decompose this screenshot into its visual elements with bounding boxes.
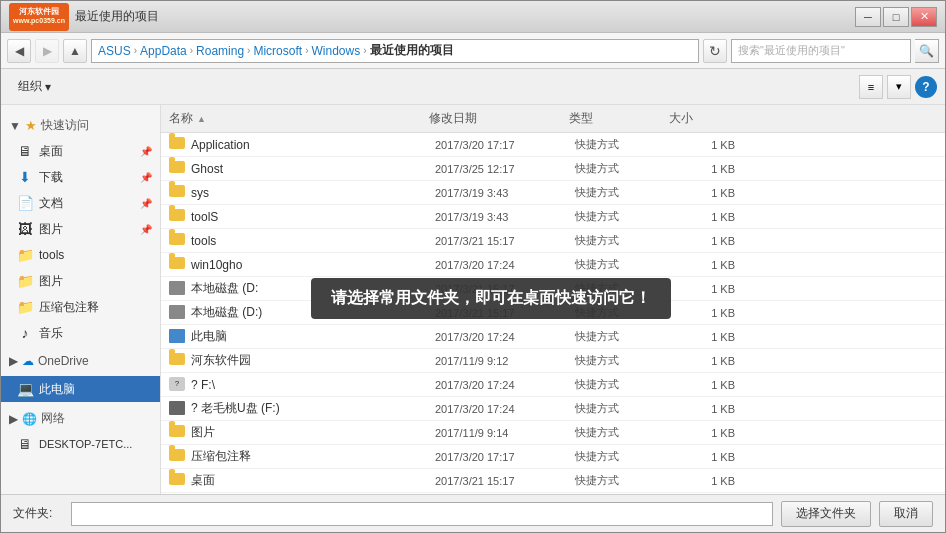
col-type-header[interactable]: 类型 (569, 110, 669, 127)
folder-icon (169, 449, 185, 461)
table-row[interactable]: Application 2017/3/20 17:17 快捷方式 1 KB (161, 133, 945, 157)
up-button[interactable]: ▲ (63, 39, 87, 63)
sidebar-item-pictures2[interactable]: 📁 图片 (1, 268, 160, 294)
sidebar-item-computer[interactable]: 🖥 DESKTOP-7ETC... (1, 431, 160, 457)
file-type: 快捷方式 (575, 377, 675, 392)
onedrive-icon: ☁ (22, 354, 34, 368)
file-size: 1 KB (675, 475, 735, 487)
path-recent[interactable]: 最近使用的项目 (370, 42, 454, 59)
quick-access-section: ▼ ★ 快速访问 🖥 桌面 📌 ⬇ 下载 📌 📄 文档 📌 (1, 113, 160, 346)
sidebar-item-thispc[interactable]: 💻 此电脑 (1, 376, 160, 402)
table-row[interactable]: ? ? F:\ 2017/3/20 17:24 快捷方式 1 KB (161, 373, 945, 397)
folder-input[interactable] (71, 502, 773, 526)
computer-icon: 🖥 (17, 436, 33, 452)
search-button[interactable]: 🔍 (915, 39, 939, 63)
file-type: 快捷方式 (575, 473, 675, 488)
sidebar-item-pictures[interactable]: 🖼 图片 📌 (1, 216, 160, 242)
col-size-header[interactable]: 大小 (669, 110, 729, 127)
table-row[interactable]: 本地磁盘 (D: 2017/3/21 15:17 快捷方式 1 KB (161, 277, 945, 301)
onedrive-header[interactable]: ▶ ☁ OneDrive (1, 350, 160, 372)
sidebar-item-documents[interactable]: 📄 文档 📌 (1, 190, 160, 216)
forward-button[interactable]: ▶ (35, 39, 59, 63)
tools-label: tools (39, 248, 64, 262)
file-size: 1 KB (675, 451, 735, 463)
file-size: 1 KB (675, 139, 735, 151)
table-row[interactable]: 压缩包注释 2017/3/20 17:17 快捷方式 1 KB (161, 445, 945, 469)
table-row[interactable]: ? 老毛桃U盘 (F:) 2017/3/20 17:24 快捷方式 1 KB (161, 397, 945, 421)
table-row[interactable]: 河东软件园 2017/11/9 9:12 快捷方式 1 KB (161, 349, 945, 373)
organize-button[interactable]: 组织 ▾ (9, 74, 60, 99)
search-box[interactable]: 搜索"最近使用的项目" (731, 39, 911, 63)
file-type: 快捷方式 (575, 401, 675, 416)
table-row[interactable]: toolS 2017/3/19 3:43 快捷方式 1 KB (161, 205, 945, 229)
help-button[interactable]: ? (915, 76, 937, 98)
back-button[interactable]: ◀ (7, 39, 31, 63)
table-row[interactable]: sys 2017/3/19 3:43 快捷方式 1 KB (161, 181, 945, 205)
file-type: 快捷方式 (575, 185, 675, 200)
table-row[interactable]: Ghost 2017/3/25 12:17 快捷方式 1 KB (161, 157, 945, 181)
pin-icon4: 📌 (140, 224, 152, 235)
table-row[interactable]: 图片 2017/11/9 9:14 快捷方式 1 KB (161, 421, 945, 445)
pictures2-icon: 📁 (17, 273, 33, 289)
download-icon: ⬇ (17, 169, 33, 185)
sidebar-item-music[interactable]: ♪ 音乐 (1, 320, 160, 346)
logo-text: 河东软件园 (13, 8, 65, 17)
file-size: 1 KB (675, 355, 735, 367)
network-header[interactable]: ▶ 🌐 网络 (1, 406, 160, 431)
close-button[interactable]: ✕ (911, 7, 937, 27)
file-name: 本地磁盘 (D: (191, 280, 435, 297)
file-type: 快捷方式 (575, 329, 675, 344)
sort-arrow: ▲ (197, 114, 206, 124)
sidebar-item-desktop[interactable]: 🖥 桌面 📌 (1, 138, 160, 164)
download-label: 下载 (39, 169, 63, 186)
path-windows[interactable]: Windows (311, 44, 360, 58)
bottom-bar: 文件夹: 选择文件夹 取消 (1, 494, 945, 532)
minimize-button[interactable]: ─ (855, 7, 881, 27)
music-icon: ♪ (17, 325, 33, 341)
table-row[interactable]: 桌面 2017/3/21 15:17 快捷方式 1 KB (161, 469, 945, 493)
folder-icon (169, 137, 185, 149)
address-path[interactable]: ASUS › AppData › Roaming › Microsoft › W… (91, 39, 699, 63)
table-row[interactable]: win10gho 2017/3/20 17:24 快捷方式 1 KB (161, 253, 945, 277)
file-date: 2017/3/20 17:24 (435, 259, 575, 271)
file-date: 2017/3/21 15:17 (435, 283, 575, 295)
file-size: 1 KB (675, 427, 735, 439)
file-size: 1 KB (675, 307, 735, 319)
col-date-header[interactable]: 修改日期 (429, 110, 569, 127)
cancel-button[interactable]: 取消 (879, 501, 933, 527)
network-label: 网络 (41, 410, 65, 427)
file-list[interactable]: 请选择常用文件夹，即可在桌面快速访问它！ Application 2017/3/… (161, 133, 945, 494)
sidebar-item-zip[interactable]: 📁 压缩包注释 (1, 294, 160, 320)
file-name: win10gho (191, 258, 435, 272)
table-row[interactable]: tools 2017/3/21 15:17 快捷方式 1 KB (161, 229, 945, 253)
file-type: 快捷方式 (575, 137, 675, 152)
onedrive-section: ▶ ☁ OneDrive (1, 350, 160, 372)
maximize-button[interactable]: □ (883, 7, 909, 27)
desktop-icon: 🖥 (17, 143, 33, 159)
quick-access-header[interactable]: ▼ ★ 快速访问 (1, 113, 160, 138)
select-folder-button[interactable]: 选择文件夹 (781, 501, 871, 527)
window-title: 最近使用的项目 (75, 8, 855, 25)
file-type: 快捷方式 (575, 233, 675, 248)
sidebar-item-download[interactable]: ⬇ 下载 📌 (1, 164, 160, 190)
view-list-button[interactable]: ≡ (859, 75, 883, 99)
path-appdata[interactable]: AppData (140, 44, 187, 58)
file-size: 1 KB (675, 379, 735, 391)
path-asus[interactable]: ASUS (98, 44, 131, 58)
view-details-button[interactable]: ▾ (887, 75, 911, 99)
refresh-button[interactable]: ↻ (703, 39, 727, 63)
file-name: sys (191, 186, 435, 200)
file-date: 2017/11/9 9:14 (435, 427, 575, 439)
documents-icon: 📄 (17, 195, 33, 211)
file-size: 1 KB (675, 163, 735, 175)
table-row[interactable]: 此电脑 2017/3/20 17:24 快捷方式 1 KB (161, 325, 945, 349)
view-controls: ≡ ▾ ? (859, 75, 937, 99)
sidebar-item-tools[interactable]: 📁 tools (1, 242, 160, 268)
path-roaming[interactable]: Roaming (196, 44, 244, 58)
file-list-area: 名称 ▲ 修改日期 类型 大小 请选择常用文件夹，即可在桌面快速访问它！ (161, 105, 945, 494)
column-headers[interactable]: 名称 ▲ 修改日期 类型 大小 (161, 105, 945, 133)
col-name-header[interactable]: 名称 ▲ (169, 110, 429, 127)
link-icon: ? (169, 377, 185, 391)
table-row[interactable]: 本地磁盘 (D:) 2017/3/21 15:17 快捷方式 1 KB (161, 301, 945, 325)
path-microsoft[interactable]: Microsoft (253, 44, 302, 58)
